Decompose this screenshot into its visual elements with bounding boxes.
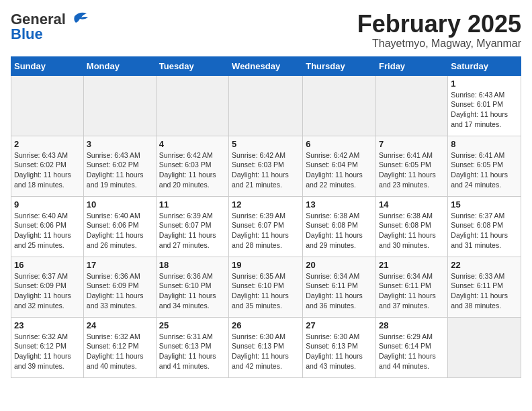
calendar-cell: 23Sunrise: 6:32 AM Sunset: 6:12 PM Dayli… [11,317,84,377]
day-info: Sunrise: 6:34 AM Sunset: 6:11 PM Dayligh… [379,271,445,311]
calendar-cell: 6Sunrise: 6:42 AM Sunset: 6:04 PM Daylig… [303,136,376,196]
day-info: Sunrise: 6:42 AM Sunset: 6:03 PM Dayligh… [232,150,300,190]
day-info: Sunrise: 6:37 AM Sunset: 6:09 PM Dayligh… [14,271,81,311]
calendar-cell: 16Sunrise: 6:37 AM Sunset: 6:09 PM Dayli… [11,257,84,317]
day-info: Sunrise: 6:41 AM Sunset: 6:05 PM Dayligh… [379,150,445,190]
calendar-cell: 25Sunrise: 6:31 AM Sunset: 6:13 PM Dayli… [156,317,228,377]
calendar-cell [448,317,521,377]
logo-blue: Blue [11,26,43,43]
calendar-cell: 28Sunrise: 6:29 AM Sunset: 6:14 PM Dayli… [376,317,448,377]
calendar-week-row: 9Sunrise: 6:40 AM Sunset: 6:06 PM Daylig… [11,196,521,257]
calendar-cell: 1Sunrise: 6:43 AM Sunset: 6:01 PM Daylig… [448,75,521,136]
day-number: 8 [451,139,518,149]
calendar-cell: 24Sunrise: 6:32 AM Sunset: 6:12 PM Dayli… [83,317,156,377]
calendar-cell: 20Sunrise: 6:34 AM Sunset: 6:11 PM Dayli… [303,257,376,317]
logo: General Blue [11,11,88,43]
day-number: 15 [451,199,518,210]
day-number: 12 [232,199,300,210]
day-number: 28 [379,320,445,330]
header-friday: Friday [376,56,448,75]
day-number: 23 [14,320,81,330]
day-number: 21 [379,260,445,270]
calendar-cell: 7Sunrise: 6:41 AM Sunset: 6:05 PM Daylig… [376,136,448,196]
day-info: Sunrise: 6:29 AM Sunset: 6:14 PM Dayligh… [379,332,445,371]
calendar-cell: 8Sunrise: 6:41 AM Sunset: 6:05 PM Daylig… [448,136,521,196]
day-info: Sunrise: 6:42 AM Sunset: 6:04 PM Dayligh… [306,150,373,190]
day-info: Sunrise: 6:40 AM Sunset: 6:06 PM Dayligh… [87,211,153,250]
calendar-week-row: 2Sunrise: 6:43 AM Sunset: 6:02 PM Daylig… [11,136,521,196]
calendar-cell: 5Sunrise: 6:42 AM Sunset: 6:03 PM Daylig… [229,136,303,196]
calendar-cell: 12Sunrise: 6:39 AM Sunset: 6:07 PM Dayli… [229,196,303,257]
title-block: February 2025 Thayetmyo, Magway, Myanmar [357,11,521,50]
calendar-cell: 14Sunrise: 6:38 AM Sunset: 6:08 PM Dayli… [376,196,448,257]
day-info: Sunrise: 6:33 AM Sunset: 6:11 PM Dayligh… [451,271,518,311]
calendar-table: SundayMondayTuesdayWednesdayThursdayFrid… [11,56,521,378]
day-number: 16 [14,260,81,270]
calendar-cell: 9Sunrise: 6:40 AM Sunset: 6:06 PM Daylig… [11,196,84,257]
calendar-cell: 10Sunrise: 6:40 AM Sunset: 6:06 PM Dayli… [83,196,156,257]
calendar-week-row: 23Sunrise: 6:32 AM Sunset: 6:12 PM Dayli… [11,317,521,377]
day-number: 6 [306,139,373,149]
calendar-cell: 3Sunrise: 6:43 AM Sunset: 6:02 PM Daylig… [83,136,156,196]
calendar-cell [376,75,448,136]
day-info: Sunrise: 6:39 AM Sunset: 6:07 PM Dayligh… [232,211,300,250]
day-number: 10 [87,199,153,210]
calendar-header-row: SundayMondayTuesdayWednesdayThursdayFrid… [11,56,521,75]
day-number: 17 [87,260,153,270]
day-number: 2 [14,139,81,149]
day-number: 4 [159,139,226,149]
day-number: 19 [232,260,300,270]
day-info: Sunrise: 6:34 AM Sunset: 6:11 PM Dayligh… [306,271,373,311]
header-wednesday: Wednesday [229,56,303,75]
calendar-cell [229,75,303,136]
location-title: Thayetmyo, Magway, Myanmar [357,38,521,50]
day-number: 24 [87,320,153,330]
day-number: 1 [451,79,518,89]
header-thursday: Thursday [303,56,376,75]
day-info: Sunrise: 6:37 AM Sunset: 6:08 PM Dayligh… [451,211,518,250]
calendar-cell: 27Sunrise: 6:30 AM Sunset: 6:13 PM Dayli… [303,317,376,377]
day-info: Sunrise: 6:40 AM Sunset: 6:06 PM Dayligh… [14,211,81,250]
day-info: Sunrise: 6:39 AM Sunset: 6:07 PM Dayligh… [159,211,226,250]
calendar-cell: 22Sunrise: 6:33 AM Sunset: 6:11 PM Dayli… [448,257,521,317]
day-number: 11 [159,199,226,210]
day-info: Sunrise: 6:36 AM Sunset: 6:09 PM Dayligh… [87,271,153,311]
day-number: 7 [379,139,445,149]
day-number: 14 [379,199,445,210]
calendar-cell: 26Sunrise: 6:30 AM Sunset: 6:13 PM Dayli… [229,317,303,377]
day-info: Sunrise: 6:36 AM Sunset: 6:10 PM Dayligh… [159,271,226,311]
day-info: Sunrise: 6:31 AM Sunset: 6:13 PM Dayligh… [159,332,226,371]
calendar-cell [156,75,228,136]
day-info: Sunrise: 6:43 AM Sunset: 6:01 PM Dayligh… [451,90,518,130]
day-info: Sunrise: 6:43 AM Sunset: 6:02 PM Dayligh… [87,150,153,190]
calendar-cell [303,75,376,136]
calendar-cell: 21Sunrise: 6:34 AM Sunset: 6:11 PM Dayli… [376,257,448,317]
day-info: Sunrise: 6:32 AM Sunset: 6:12 PM Dayligh… [14,332,81,371]
calendar-cell: 2Sunrise: 6:43 AM Sunset: 6:02 PM Daylig… [11,136,84,196]
day-info: Sunrise: 6:30 AM Sunset: 6:13 PM Dayligh… [232,332,300,371]
day-number: 22 [451,260,518,270]
calendar-cell: 18Sunrise: 6:36 AM Sunset: 6:10 PM Dayli… [156,257,228,317]
day-info: Sunrise: 6:35 AM Sunset: 6:10 PM Dayligh… [232,271,300,311]
calendar-cell: 15Sunrise: 6:37 AM Sunset: 6:08 PM Dayli… [448,196,521,257]
calendar-cell: 4Sunrise: 6:42 AM Sunset: 6:03 PM Daylig… [156,136,228,196]
day-number: 5 [232,139,300,149]
day-info: Sunrise: 6:41 AM Sunset: 6:05 PM Dayligh… [451,150,518,190]
day-info: Sunrise: 6:30 AM Sunset: 6:13 PM Dayligh… [306,332,373,371]
header-monday: Monday [83,56,156,75]
calendar-cell [11,75,84,136]
day-number: 26 [232,320,300,330]
header-sunday: Sunday [11,56,84,75]
calendar-cell [83,75,156,136]
day-number: 25 [159,320,226,330]
header-tuesday: Tuesday [156,56,228,75]
day-info: Sunrise: 6:32 AM Sunset: 6:12 PM Dayligh… [87,332,153,371]
day-info: Sunrise: 6:43 AM Sunset: 6:02 PM Dayligh… [14,150,81,190]
day-number: 3 [87,139,153,149]
calendar-week-row: 16Sunrise: 6:37 AM Sunset: 6:09 PM Dayli… [11,257,521,317]
calendar-cell: 19Sunrise: 6:35 AM Sunset: 6:10 PM Dayli… [229,257,303,317]
calendar-cell: 11Sunrise: 6:39 AM Sunset: 6:07 PM Dayli… [156,196,228,257]
header-saturday: Saturday [448,56,521,75]
calendar-cell: 13Sunrise: 6:38 AM Sunset: 6:08 PM Dayli… [303,196,376,257]
day-info: Sunrise: 6:42 AM Sunset: 6:03 PM Dayligh… [159,150,226,190]
